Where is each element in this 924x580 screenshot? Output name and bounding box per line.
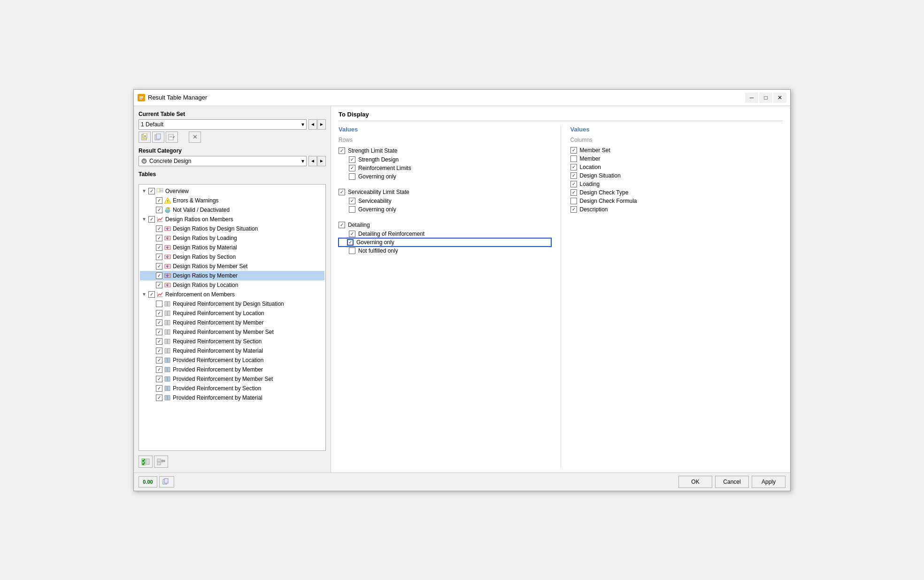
prev-table-btn[interactable]: ◄ — [308, 119, 317, 130]
reinf-limits-row[interactable]: ✓ Reinforcement Limits — [339, 164, 551, 172]
checkbox-errors[interactable]: ✓ — [156, 197, 162, 204]
checkbox-rr-material[interactable]: ✓ — [156, 348, 162, 354]
tree-item-rr-design-sit[interactable]: ▼ Required Reinforcement by Design Situa… — [140, 299, 324, 309]
checkbox-detailing[interactable]: ✓ — [339, 222, 345, 228]
minimize-button[interactable]: ─ — [745, 93, 758, 103]
tree-item-errors[interactable]: ▼ ✓ ! Errors & Warnings — [140, 196, 324, 205]
checkbox-serviceability[interactable]: ✓ — [349, 198, 355, 204]
checkbox-dr-design-sit[interactable]: ✓ — [156, 225, 162, 232]
expand-designratios[interactable]: ▼ — [142, 217, 148, 222]
checkbox-rr-member[interactable]: ✓ — [156, 319, 162, 326]
gov-only-3-row[interactable]: ✓ Governing only — [339, 238, 551, 247]
tree-item-pr-section[interactable]: ▼ ✓ Provided Reinforcement by Section — [140, 384, 324, 393]
checkbox-pr-location[interactable]: ✓ — [156, 357, 162, 363]
tree-item-designratios[interactable]: ▼ ✓ Design Ratios on Members — [140, 215, 324, 224]
checkbox-dr-location[interactable]: ✓ — [156, 282, 162, 288]
checkbox-rr-design-sit[interactable] — [156, 301, 162, 307]
check-all-btn[interactable] — [139, 456, 153, 468]
not-fulfilled-row[interactable]: Not fulfilled only — [339, 247, 551, 255]
checkbox-detailing-reinf[interactable]: ✓ — [349, 231, 355, 237]
tree-item-dr-loading[interactable]: ▼ ✓ Design Ratios by Loading — [140, 233, 324, 243]
tree-item-dr-member[interactable]: ▼ ✓ Design Ratios by Member — [140, 271, 324, 280]
table-set-dropdown[interactable]: 1 Default ▾ — [139, 119, 307, 130]
checkbox-loading[interactable]: ✓ — [570, 181, 577, 187]
rename-table-btn[interactable] — [166, 131, 178, 143]
checkbox-notvalid[interactable]: ✓ — [156, 207, 162, 213]
tree-item-overview[interactable]: ▼ ✓ Overview — [140, 186, 324, 196]
gov-only-1-row[interactable]: Governing only — [339, 172, 551, 181]
strength-parent-row[interactable]: ✓ Strength Limit State — [339, 146, 551, 155]
checkbox-location[interactable]: ✓ — [570, 164, 577, 170]
checkbox-overview[interactable]: ✓ — [148, 188, 155, 194]
tree-item-dr-memberset[interactable]: ▼ ✓ Design Ratios by Member Set — [140, 262, 324, 271]
expand-overview[interactable]: ▼ — [142, 188, 148, 193]
tree-item-pr-material[interactable]: ▼ ✓ Provided Reinforcement by Material — [140, 393, 324, 402]
tree-item-pr-location[interactable]: ▼ ✓ Provided Reinforcement by Location — [140, 356, 324, 365]
checkbox-design-situation[interactable]: ✓ — [570, 172, 577, 179]
tree-item-rr-material[interactable]: ▼ ✓ Required Reinforcement by Material — [140, 346, 324, 356]
checkbox-pr-member[interactable]: ✓ — [156, 366, 162, 373]
checkbox-gov-only-3[interactable]: ✓ — [347, 239, 354, 246]
checkbox-gov-only-1[interactable] — [349, 173, 355, 180]
tree-item-notvalid[interactable]: ▼ ✓ Not Valid / Deactivated — [140, 205, 324, 215]
settings-btn[interactable] — [154, 456, 168, 468]
checkbox-dr-loading[interactable]: ✓ — [156, 235, 162, 241]
gov-only-2-row[interactable]: Governing only — [339, 205, 551, 214]
tree-item-rr-member[interactable]: ▼ ✓ Required Reinforcement by Member — [140, 318, 324, 327]
checkbox-designratios[interactable]: ✓ — [148, 216, 155, 223]
checkbox-dr-memberset[interactable]: ✓ — [156, 263, 162, 270]
checkbox-description[interactable]: ✓ — [570, 206, 577, 213]
detailing-reinf-row[interactable]: ✓ Detailing of Reinforcement — [339, 230, 551, 238]
checkbox-strength-limit[interactable]: ✓ — [339, 147, 345, 154]
tree-item-dr-section[interactable]: ▼ ✓ Design Ratios by Section — [140, 252, 324, 262]
design-check-formula-row[interactable]: Design Check Formula — [570, 197, 783, 205]
tree-item-pr-memberset[interactable]: ▼ ✓ Provided Reinforcement by Member Set — [140, 374, 324, 384]
description-row[interactable]: ✓ Description — [570, 205, 783, 214]
checkbox-member[interactable] — [570, 155, 577, 162]
checkbox-not-fulfilled[interactable] — [349, 247, 355, 254]
checkbox-member-set[interactable]: ✓ — [570, 147, 577, 154]
next-table-btn[interactable]: ► — [317, 119, 326, 130]
tree-item-dr-material[interactable]: ▼ ✓ Design Ratios by Material — [140, 243, 324, 252]
checkbox-rr-memberset[interactable]: ✓ — [156, 329, 162, 335]
detailing-parent-row[interactable]: ✓ Detailing — [339, 220, 551, 230]
ok-button[interactable]: OK — [678, 476, 712, 488]
maximize-button[interactable]: □ — [759, 93, 772, 103]
checkbox-rr-location[interactable]: ✓ — [156, 310, 162, 317]
tree-container[interactable]: ▼ ✓ Overview ▼ ✓ — [139, 184, 326, 451]
apply-button[interactable]: Apply — [752, 476, 785, 488]
serviceability-parent-row[interactable]: ✓ Serviceability Limit State — [339, 187, 551, 197]
checkbox-pr-material[interactable]: ✓ — [156, 394, 162, 401]
new-table-btn[interactable] — [139, 131, 151, 143]
loading-row[interactable]: ✓ Loading — [570, 180, 783, 188]
value-display-btn[interactable]: 0.00 — [139, 476, 157, 487]
checkbox-pr-section[interactable]: ✓ — [156, 385, 162, 392]
location-row[interactable]: ✓ Location — [570, 163, 783, 171]
delete-table-btn[interactable]: ✕ — [189, 131, 201, 143]
tree-item-dr-design-sit[interactable]: ▼ ✓ Design Ratios by Design Situation — [140, 224, 324, 233]
design-check-type-row[interactable]: ✓ Design Check Type — [570, 188, 783, 197]
checkbox-design-check-formula[interactable] — [570, 198, 577, 204]
tree-item-dr-location[interactable]: ▼ ✓ Design Ratios by Location — [140, 280, 324, 290]
copy-display-btn[interactable] — [159, 476, 174, 487]
tree-item-pr-member[interactable]: ▼ ✓ Provided Reinforcement by Member — [140, 365, 324, 374]
checkbox-serviceability-limit[interactable]: ✓ — [339, 189, 345, 195]
checkbox-dr-member[interactable]: ✓ — [156, 272, 162, 279]
cancel-button[interactable]: Cancel — [715, 476, 749, 488]
tree-item-rr-location[interactable]: ▼ ✓ Required Reinforcement by Location — [140, 309, 324, 318]
checkbox-dr-section[interactable]: ✓ — [156, 254, 162, 260]
checkbox-reinforcement[interactable]: ✓ — [148, 291, 155, 298]
result-category-dropdown[interactable]: Concrete Design ▾ — [139, 156, 307, 166]
member-row[interactable]: Member — [570, 155, 783, 163]
next-category-btn[interactable]: ► — [317, 156, 326, 166]
checkbox-strength-design[interactable]: ✓ — [349, 156, 355, 163]
copy-table-btn[interactable] — [152, 131, 164, 143]
checkbox-rr-section[interactable]: ✓ — [156, 338, 162, 345]
checkbox-gov-only-2[interactable] — [349, 206, 355, 213]
member-set-row[interactable]: ✓ Member Set — [570, 146, 783, 155]
tree-item-rr-memberset[interactable]: ▼ ✓ Required Reinforcement by Member Set — [140, 327, 324, 337]
checkbox-pr-memberset[interactable]: ✓ — [156, 376, 162, 382]
checkbox-design-check-type[interactable]: ✓ — [570, 189, 577, 196]
expand-reinforcement[interactable]: ▼ — [142, 292, 148, 297]
checkbox-reinf-limits[interactable]: ✓ — [349, 165, 355, 171]
